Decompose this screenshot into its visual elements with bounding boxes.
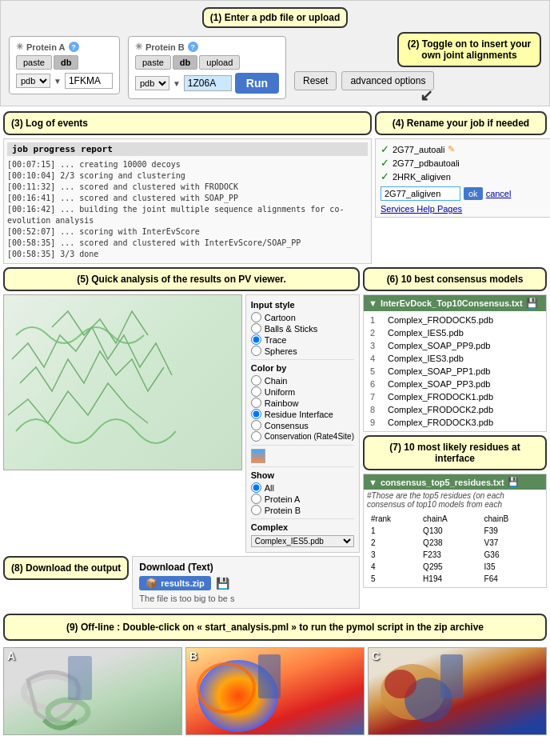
color-conservation-radio[interactable] [251,431,261,442]
log-rename-section: (3) Log of events job progress report [0… [0,106,550,266]
consensus-rank: 8 [367,404,383,415]
protein-a-dropdown-arrow: ▼ [54,77,62,86]
protein-b-dropdown-arrow: ▼ [173,79,181,88]
log-line-7: [00:58:35] 3/3 done [7,249,368,260]
color-swatch [251,449,265,463]
consensus-row: 4Complex_IES3.pdb [367,353,543,364]
residue-row: 3F233G36 [369,550,541,560]
step5-bubble: (5) Quick analysis of the results on PV … [3,267,360,291]
residues-table: #rank chainA chainB 1Q130F392Q238V373F23… [364,510,546,587]
consensus-rank: 9 [367,417,383,428]
complex-select[interactable]: Complex_IES5.pdb [251,535,354,547]
consensus-model-name: Complex_FRODOCK2.pdb [385,404,543,415]
color-chain-radio[interactable] [251,375,261,386]
check-icon-1: ✓ [381,157,389,169]
style-spheres-radio[interactable] [251,346,261,356]
res-rank: 1 [369,526,419,536]
image-a: A [3,647,182,735]
log-line-6: [00:58:35] ... scored and clustered with… [7,238,368,249]
structure-a-svg [4,648,181,734]
zip-label: results.zip [161,578,204,588]
style-trace-radio[interactable] [251,334,261,345]
consensus-row: 8Complex_FRODOCK2.pdb [367,404,543,415]
res-chainb: F39 [482,526,541,536]
consensus-title: InterEvDock_Top10Consensus.txt [381,298,523,308]
protein-b-tab-db[interactable]: db [173,55,197,70]
res-chainb: F64 [482,574,541,584]
cancel-link[interactable]: cancel [486,189,512,198]
image-b-label: B [189,650,197,662]
show-proteinb-radio[interactable] [251,505,261,515]
download-zip-button[interactable]: 📦 results.zip [139,576,210,590]
protein-b-format-select[interactable]: pdb [135,76,169,90]
consensus-rank: 6 [367,378,383,390]
ok-button[interactable]: ok [464,187,483,200]
consensus-row: 1Complex_FRODOCK5.pdb [367,314,543,326]
color-uniform-radio[interactable] [251,386,261,397]
color-chain: Chain [251,375,354,386]
structure-c-svg [369,648,546,734]
molecule-viewer[interactable] [3,294,242,470]
divider-1 [251,359,354,360]
consensus-table: 1Complex_FRODOCK5.pdb2Complex_IES5.pdb3C… [364,311,546,431]
reset-button[interactable]: Reset [294,71,337,90]
check-icon-2: ✓ [381,170,389,182]
color-conservation: Conservation (Rate4Site) [251,431,354,442]
protein-b-input[interactable] [184,75,232,91]
residue-row: 1Q130F39 [369,526,541,536]
residues-save-icon[interactable]: 💾 [508,477,519,487]
info-icon-a[interactable]: ? [69,42,79,52]
style-balls-radio[interactable] [251,323,261,334]
show-all: All [251,482,354,493]
main-area: (5) Quick analysis of the results on PV … [0,266,550,610]
res-chaina: Q295 [420,562,480,572]
run-button[interactable]: Run [235,73,279,94]
step8-label: (8) Download the output [11,562,121,574]
show-proteina-radio[interactable] [251,494,261,504]
show-all-radio[interactable] [251,482,261,493]
step7-bubble: (7) 10 most likely residues at interface [363,435,547,470]
protein-a-input[interactable] [65,73,113,89]
consensus-model-name: Complex_FRODOCK3.pdb [385,417,543,428]
left-main: (5) Quick analysis of the results on PV … [3,267,360,609]
consensus-row: 9Complex_FRODOCK3.pdb [367,417,543,428]
consensus-model-name: Complex_FRODOCK1.pdb [385,391,543,402]
svg-rect-5 [258,654,281,698]
style-cartoon-radio[interactable] [251,312,261,322]
protein-b-tab-upload[interactable]: upload [199,55,240,70]
pencil-icon-0[interactable]: ✎ [448,144,455,154]
job-rename-input[interactable] [381,186,460,201]
protein-a-tabs: paste db [16,55,113,70]
info-icon-b[interactable]: ? [188,42,198,52]
log-header: job progress report [7,142,368,156]
color-residue-radio[interactable] [251,409,261,419]
divider-3 [251,466,354,467]
step2-callout: (2) Toggle on to insert your own joint a… [397,32,541,67]
color-consensus-radio[interactable] [251,420,261,430]
protein-b-label: Protein B [145,42,185,52]
consensus-save-icon[interactable]: 💾 [526,298,538,309]
res-chaina: Q130 [420,526,480,536]
svg-rect-9 [440,654,463,698]
color-consensus-label: Consensus [265,421,309,430]
color-rainbow-radio[interactable] [251,398,261,408]
viewer-area: Input style Cartoon Balls & Sticks Trace… [3,294,360,553]
consensus-header: ▼ InterEvDock_Top10Consensus.txt 💾 [364,295,546,311]
services-link[interactable]: Services Help Pages [381,204,545,214]
protein-a-format-select[interactable]: pdb [16,74,50,88]
res-rank: 3 [369,550,419,560]
protein-b-title: ✳ Protein B ? [135,42,279,52]
color-rainbow: Rainbow [251,398,354,408]
color-by-label: Color by [251,363,354,373]
job-name-2: 2HRK_aligiven [393,172,451,182]
consensus-row: 2Complex_IES5.pdb [367,327,543,338]
step8-bubble: (8) Download the output [3,556,129,580]
protein-a-tab-db[interactable]: db [54,55,78,70]
protein-a-tab-paste[interactable]: paste [16,55,52,70]
consensus-panel: ▼ InterEvDock_Top10Consensus.txt 💾 1Comp… [363,294,547,432]
step9-bubble: (9) Off-line : Double-click on « start_a… [3,614,547,641]
consensus-row: 6Complex_SOAP_PP3.pdb [367,378,543,390]
protein-b-tab-paste[interactable]: paste [135,55,171,70]
consensus-model-name: Complex_SOAP_PP1.pdb [385,366,543,377]
protein-a-label: Protein A [26,42,66,52]
